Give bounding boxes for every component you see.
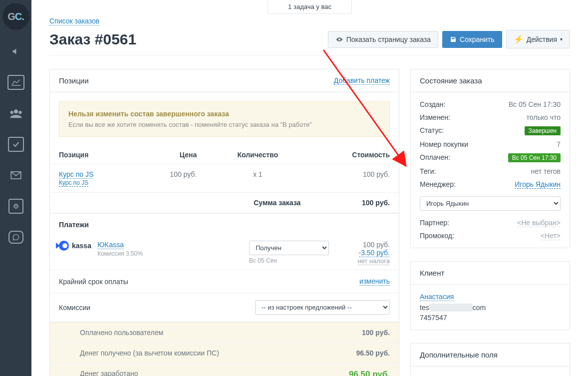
positions-title: Позиции — [59, 76, 89, 85]
payment-fee-link[interactable]: -3.50 руб. — [359, 249, 390, 257]
table-row: Курс по JS Курс по JS 100 руб. x 1 100 р… — [50, 164, 399, 193]
client-name-link[interactable]: Анастасия — [420, 293, 454, 301]
created-value: Вс 05 Сен 17:30 — [508, 100, 561, 108]
manager-link[interactable]: Игорь Ядыкин — [515, 180, 561, 189]
page-title: Заказ #0561 — [49, 31, 136, 48]
provider-logo: kassa — [59, 241, 91, 251]
deadline-change-link[interactable]: изменить — [359, 277, 390, 286]
commission-label: Комиссии — [59, 304, 90, 312]
check-icon[interactable] — [0, 129, 31, 160]
safe-icon[interactable] — [0, 191, 31, 222]
client-email: tesxcom — [420, 304, 561, 312]
changed-label: Изменен: — [420, 113, 508, 121]
positions-table: Позиция Цена Количество Стоимость Курс п… — [50, 146, 399, 213]
yookassa-icon — [59, 241, 69, 251]
status-label: Статус: — [420, 126, 508, 135]
received-label: Денег получено (за вычетом комиссии ПС) — [50, 343, 312, 364]
total-value: 100 руб. — [309, 193, 399, 213]
extra-panel-title: Дополнительные поля — [420, 351, 498, 359]
purchase-label: Номер покупки — [420, 140, 508, 148]
client-phone: 7457547 — [420, 314, 561, 322]
svg-point-2 — [10, 111, 13, 114]
speaker-icon[interactable] — [0, 36, 31, 67]
item-cost: 100 руб. — [309, 164, 399, 193]
provider-fee: Комиссия 3.50% — [97, 250, 243, 257]
tags-label: Теги: — [420, 167, 508, 175]
partner-label: Партнер: — [420, 219, 517, 227]
col-name: Позиция — [50, 146, 134, 164]
commission-select[interactable]: -- из настроек предложений -- — [255, 300, 390, 315]
manager-select[interactable]: Игорь Ядыкин — [420, 196, 561, 211]
alert-locked-order: Нельзя изменить состав завершенного зака… — [59, 101, 390, 137]
payments-title: Платежи — [50, 213, 399, 236]
status-panel: Состояние заказа Создан: Вс 05 Сен 17:30… — [410, 69, 570, 248]
save-button[interactable]: Сохранить — [442, 31, 502, 48]
total-label: Сумма заказа — [206, 193, 309, 213]
tags-value: нет тегов — [508, 167, 561, 175]
purchase-value: 7 — [508, 140, 561, 148]
chevron-down-icon: ▾ — [560, 36, 563, 42]
add-payment-link[interactable]: Добавить платеж — [334, 76, 390, 85]
bolt-icon: ⚡ — [514, 34, 524, 44]
payment-row: kassa ЮKassa Комиссия 3.50% Получен Вс 0… — [50, 236, 399, 270]
actions-button[interactable]: ⚡Действия▾ — [506, 30, 570, 48]
extra-fields-panel: Дополнительные поля Текст — [410, 343, 570, 376]
partner-value[interactable]: <Не выбран> — [517, 219, 561, 227]
logo[interactable]: GC. — [2, 3, 29, 30]
col-price: Цена — [134, 146, 206, 164]
payment-status-select[interactable]: Получен — [249, 241, 329, 255]
promo-label: Промокод: — [420, 232, 517, 240]
totals-table: Оплачено пользователем100 руб. Денег пол… — [50, 322, 399, 376]
payment-amount: 100 руб. — [335, 241, 390, 249]
no-tax-link[interactable]: нет налога — [357, 257, 390, 265]
payment-date: Вс 05 Сен — [249, 257, 329, 264]
deadline-label: Крайний срок оплаты — [59, 278, 128, 286]
earned-value: 96.50 руб. — [312, 364, 399, 376]
provider-link[interactable]: ЮKassa — [97, 241, 124, 249]
paid-label: Оплачен: — [420, 153, 508, 162]
svg-point-3 — [18, 111, 21, 114]
item-link[interactable]: Курс по JS — [59, 170, 93, 179]
col-cost: Стоимость — [309, 146, 399, 164]
svg-point-1 — [14, 110, 17, 113]
positions-panel: Позиции Добавить платеж Нельзя изменить … — [49, 69, 399, 376]
item-sub-link[interactable]: Курс по JS — [59, 179, 88, 187]
show-page-button[interactable]: Показать страницу заказа — [328, 31, 438, 48]
client-panel: Клиент Анастасия tesxcom 7457547 — [410, 261, 570, 330]
item-qty: x 1 — [206, 164, 309, 193]
chart-icon[interactable] — [0, 67, 31, 98]
created-label: Создан: — [420, 100, 508, 108]
promo-value[interactable]: <Нет> — [541, 232, 561, 240]
manager-label: Менеджер: — [420, 180, 508, 188]
paid-badge: Вс 05 Сен 17:30 — [508, 153, 561, 162]
paid-by-user-value: 100 руб. — [312, 323, 399, 343]
col-qty: Количество — [206, 146, 309, 164]
sidebar: GC. — [0, 0, 31, 376]
alert-text: Если вы все же хотите поменять состав - … — [68, 121, 380, 128]
back-link[interactable]: Список заказов — [49, 17, 99, 25]
chat-icon[interactable] — [0, 222, 31, 253]
received-value: 96.50 руб. — [312, 343, 399, 364]
eye-icon — [335, 36, 343, 42]
earned-label: Денег заработано — [50, 364, 312, 376]
tasks-pill[interactable]: 1 задача у вас — [268, 0, 352, 14]
client-panel-title: Клиент — [420, 269, 444, 277]
paid-by-user-label: Оплачено пользователем — [50, 323, 312, 343]
status-badge: Завершен — [525, 126, 561, 135]
status-panel-title: Состояние заказа — [420, 76, 482, 85]
disk-icon — [450, 36, 457, 43]
changed-value: только что — [508, 113, 561, 121]
item-price: 100 руб. — [134, 164, 206, 193]
mail-icon[interactable] — [0, 160, 31, 191]
users-icon[interactable] — [0, 98, 31, 129]
alert-title: Нельзя изменить состав завершенного зака… — [68, 110, 380, 118]
